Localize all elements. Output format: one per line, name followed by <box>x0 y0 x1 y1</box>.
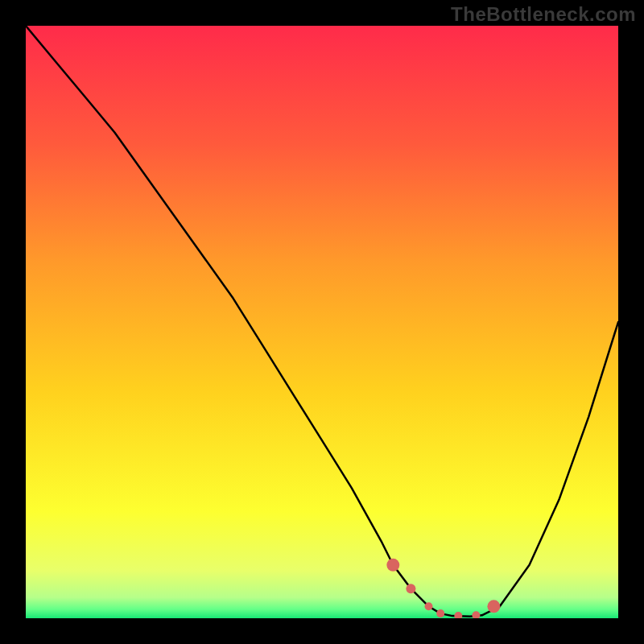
watermark-text: TheBottleneck.com <box>451 3 636 26</box>
marker-layer <box>26 26 618 618</box>
optimal-marker <box>454 612 462 618</box>
optimal-marker <box>472 611 480 618</box>
optimal-marker <box>386 559 399 572</box>
plot-area <box>26 26 618 618</box>
optimal-marker <box>425 602 433 610</box>
optimal-marker <box>487 600 500 613</box>
optimal-marker <box>406 584 415 593</box>
optimal-marker <box>436 609 444 617</box>
chart-frame: TheBottleneck.com <box>0 0 644 644</box>
